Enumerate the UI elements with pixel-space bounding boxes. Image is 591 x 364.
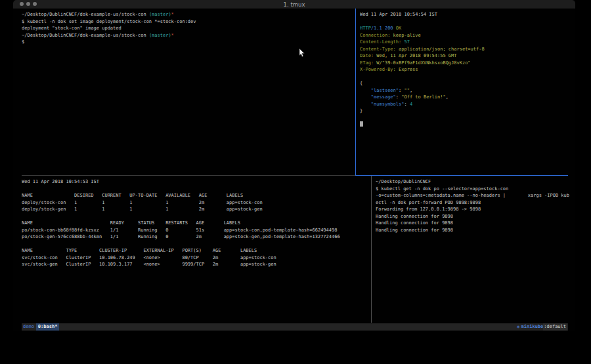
terminal-line: Handling connection for 9898 [376, 220, 573, 227]
pane-divider-horizontal-active[interactable] [355, 175, 568, 176]
terminal-line: HTTP/1.1 200 OK [360, 25, 574, 32]
terminal-line: svc/stock-con ClusterIP 10.106.78.249 <n… [22, 254, 370, 262]
kubernetes-helm-icon: ⎈ [517, 323, 520, 331]
mouse-pointer-icon [299, 49, 305, 57]
terminal-line: "message": "Off to Berlin!", [360, 94, 574, 101]
status-right: ⎈ minikube :default [517, 323, 567, 331]
terminal-line: X-Powered-By: Express [360, 66, 574, 73]
terminal-line: po/stock-con-bb68f88fd-kzsxz 1/1 Running… [22, 227, 370, 234]
terminal-line: Wed 11 Apr 2018 10:54:53 IST [22, 178, 370, 186]
terminal-window: 1. tmux ~/Desktop/DublinCNCF/dok-example… [13, 0, 575, 331]
terminal-line: { [360, 80, 574, 87]
terminal-line: ~/Desktop/DublinCNCF/dok-example-us/stoc… [22, 11, 353, 18]
terminal-line: Connection: keep-alive [360, 32, 574, 39]
terminal-line: $ kubectl get -n dok po --selector=app=s… [376, 186, 573, 193]
terminal-line: "numsymbols": 4 [360, 101, 574, 108]
terminal-line: Handling connection for 9898 [376, 213, 573, 220]
pane-divider-vertical-bottom[interactable] [371, 176, 372, 323]
pane-top-left-shell[interactable]: ~/Desktop/DublinCNCF/dok-example-us/stoc… [22, 11, 353, 174]
terminal-line: Content-Type: application/json; charset=… [360, 46, 574, 53]
terminal-line: po/stock-gen-576cc688bb-44kmn 1/1 Runnin… [22, 233, 370, 241]
pane-bottom-right-port-forward[interactable]: ~/Desktop/DublinCNCF$ kubectl get -n dok… [376, 178, 573, 321]
terminal-line: deployment "stock-con" image updated [22, 25, 353, 32]
terminal-line: Handling connection for 9898 [376, 227, 573, 234]
terminal-line [22, 241, 370, 248]
desktop: { "window": { "title": "1. tmux" }, "col… [0, 0, 591, 364]
terminal-line: ETag: W/"39-0xBPf9aF1dXVNkhsxoBQgJ8vKzo" [360, 60, 574, 67]
terminal-line: ~/Desktop/DublinCNCF [376, 178, 573, 186]
session-name: demo [23, 323, 34, 331]
terminal-line: Date: Wed, 11 Apr 2018 09:54:55 GMT [360, 52, 574, 60]
kube-context-label: minikube [521, 323, 544, 331]
terminal-line: "lastseen": "", [360, 87, 574, 94]
terminal-line: Wed 11 Apr 2018 10:54:54 IST [360, 11, 574, 18]
pane-divider-vertical-active[interactable] [355, 9, 356, 176]
window-tab-bash[interactable]: 0:bash* [36, 323, 60, 331]
window-titlebar[interactable]: 1. tmux [13, 0, 575, 9]
tmux-status-bar: demo 0:bash* ⎈ minikube :default [22, 323, 568, 331]
terminal-line [22, 213, 370, 220]
kube-namespace-label: :default [543, 323, 567, 331]
terminal-line: NAME READY STATUS RESTARTS AGE LABELS [22, 220, 370, 227]
pane-top-right-http-response[interactable]: Wed 11 Apr 2018 10:54:54 ISTHTTP/1.1 200… [360, 11, 574, 174]
terminal-line [22, 186, 370, 193]
terminal-line: $ kubectl -n dok set image deployment/st… [22, 18, 353, 26]
terminal-line [360, 18, 574, 26]
terminal-line: ectl -n dok port-forward POD 9898:9898 [376, 199, 573, 207]
terminal-line: } [360, 108, 574, 115]
window-title: 1. tmux [13, 1, 575, 8]
pane-divider-horizontal-left[interactable] [22, 175, 355, 176]
terminal-line: NAME DESIRED CURRENT UP-TO-DATE AVAILABL… [22, 192, 370, 199]
terminal-line: Forwarding from 127.0.0.1:9898 -> 9898 [376, 206, 573, 213]
terminal-line: ~/Desktop/DublinCNCF/dok-example-us/stoc… [22, 32, 353, 39]
pane-bottom-left-kubectl-get[interactable]: Wed 11 Apr 2018 10:54:53 ISTNAME DESIRED… [22, 178, 370, 321]
terminal-line: deploy/stock-gen 1 1 1 1 2m app=stock-ge… [22, 206, 370, 213]
terminal-line: svc/stock-gen ClusterIP 10.109.3.177 <no… [22, 261, 370, 268]
terminal-line [360, 121, 574, 129]
terminal-line: -o=custom-columns=:metadata.name --no-he… [376, 192, 573, 199]
terminal-line: $ [22, 39, 353, 46]
terminal-line: Content-Length: 57 [360, 39, 574, 46]
terminal-line: NAME TYPE CLUSTER-IP EXTERNAL-IP PORT(S)… [22, 247, 370, 254]
terminal-line [360, 115, 574, 122]
terminal-line [360, 73, 574, 81]
terminal-line: deploy/stock-con 1 1 1 1 2m app=stock-co… [22, 199, 370, 207]
